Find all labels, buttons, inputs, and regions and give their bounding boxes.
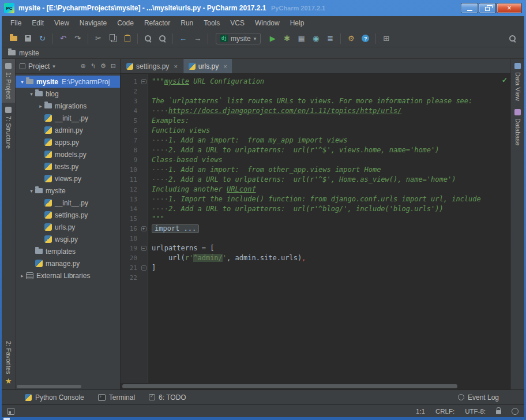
settings-icon[interactable]: ⚙: [344, 32, 358, 45]
line-number[interactable]: 13: [121, 194, 140, 204]
replace-icon[interactable]: [155, 32, 170, 45]
fold-column[interactable]: [140, 96, 148, 106]
tree-row[interactable]: ▸External Libraries: [16, 269, 120, 282]
scrollbar-thumb[interactable]: [122, 384, 457, 388]
titlebar[interactable]: PC mysite - [E:\PycharmProjects\mysite] …: [0, 0, 526, 16]
fold-column[interactable]: [140, 87, 148, 96]
tree-row[interactable]: urls.py: [16, 221, 120, 233]
fold-column[interactable]: [140, 185, 148, 194]
line-number[interactable]: 20: [121, 253, 140, 263]
open-icon[interactable]: [6, 32, 21, 45]
close-tab-icon[interactable]: ×: [223, 63, 227, 70]
fold-column[interactable]: [140, 253, 148, 263]
scrollbar-thumb[interactable]: [17, 385, 81, 388]
menu-item[interactable]: Navigate: [74, 18, 112, 28]
save-all-icon[interactable]: [21, 32, 35, 45]
menu-item[interactable]: VCS: [225, 18, 250, 28]
tool-button-data-view[interactable]: Data View: [511, 59, 524, 105]
line-number[interactable]: 4: [121, 106, 140, 116]
tree-row[interactable]: apps.py: [16, 136, 120, 148]
tree-row[interactable]: __init__.py: [16, 112, 120, 124]
tree-row[interactable]: ▾mysiteE:\PycharmProj: [16, 76, 120, 88]
editor[interactable]: 1−"""mysite URL Configuration23The `urlp…: [121, 74, 510, 383]
tree-row[interactable]: ▾mysite: [16, 185, 120, 197]
terminal-button[interactable]: Terminal: [98, 393, 135, 402]
fold-column[interactable]: [140, 175, 148, 185]
line-number[interactable]: 9: [121, 155, 140, 165]
menu-item[interactable]: Refactor: [139, 18, 175, 28]
line-number[interactable]: 2: [121, 87, 140, 96]
tree-row[interactable]: admin.py: [16, 124, 120, 136]
fold-column[interactable]: [140, 214, 148, 224]
tree-row[interactable]: views.py: [16, 172, 120, 185]
fold-marker-icon[interactable]: −: [141, 246, 146, 251]
tool-button-database[interactable]: Database: [511, 105, 524, 149]
tree-row[interactable]: models.py: [16, 148, 120, 160]
menu-item[interactable]: Edit: [27, 18, 49, 28]
fold-column[interactable]: [140, 204, 148, 214]
tree-row[interactable]: manage.py: [16, 257, 120, 269]
fold-column[interactable]: [140, 194, 148, 204]
fold-column[interactable]: [140, 126, 148, 136]
encoding-widget[interactable]: UTF-8:: [465, 408, 486, 415]
tree-row[interactable]: templates: [16, 245, 120, 257]
menu-item[interactable]: Code: [112, 18, 139, 28]
fold-column[interactable]: +: [140, 224, 148, 234]
cut-icon[interactable]: ✂: [91, 32, 106, 45]
editor-tab[interactable]: urls.py×: [183, 59, 233, 73]
inspections-ok-icon[interactable]: ✓: [502, 76, 508, 84]
find-icon[interactable]: [141, 32, 155, 45]
line-separator-widget[interactable]: CRLF:: [435, 408, 454, 415]
fold-column[interactable]: −: [140, 263, 148, 273]
event-log-button[interactable]: Event Log: [458, 393, 499, 402]
line-number[interactable]: 12: [121, 185, 140, 194]
fold-column[interactable]: [140, 145, 148, 155]
menu-item[interactable]: View: [49, 18, 74, 28]
debug-icon[interactable]: ✱: [280, 32, 294, 45]
fold-column[interactable]: [140, 155, 148, 165]
tool-button-project[interactable]: 1: Project: [2, 59, 15, 103]
tree-row[interactable]: settings.py: [16, 209, 120, 221]
tree-row[interactable]: wsgi.py: [16, 233, 120, 245]
line-number[interactable]: 5: [121, 116, 140, 126]
line-number[interactable]: 7: [121, 136, 140, 145]
fold-column[interactable]: −: [140, 77, 148, 87]
line-number[interactable]: 11: [121, 175, 140, 185]
project-structure-icon[interactable]: ⊞: [379, 32, 393, 45]
fold-marker-icon[interactable]: −: [141, 265, 146, 271]
line-number[interactable]: 14: [121, 204, 140, 214]
line-number[interactable]: 8: [121, 145, 140, 155]
coverage-icon[interactable]: ▦: [294, 32, 309, 45]
resize-grip[interactable]: [3, 418, 10, 420]
tree-row[interactable]: tests.py: [16, 160, 120, 172]
line-number[interactable]: 19: [121, 243, 140, 253]
paste-icon[interactable]: [120, 32, 134, 45]
line-number[interactable]: 21: [121, 263, 140, 273]
minimize-button[interactable]: [461, 3, 478, 13]
tool-button-structure[interactable]: 7: Structure: [2, 103, 15, 153]
redo-icon[interactable]: ↷: [70, 32, 85, 45]
fold-column[interactable]: −: [140, 243, 148, 253]
locate-file-icon[interactable]: ⊕: [80, 62, 85, 70]
python-console-button[interactable]: Python Console: [25, 393, 84, 402]
menu-item[interactable]: Help: [285, 18, 310, 28]
line-number[interactable]: 16: [121, 224, 140, 234]
line-number[interactable]: 1: [121, 77, 140, 87]
highlighting-level-icon[interactable]: [512, 408, 519, 415]
search-everywhere-icon[interactable]: [506, 35, 520, 42]
run-icon[interactable]: ▶: [265, 32, 280, 45]
fold-column[interactable]: [140, 273, 148, 283]
menu-item[interactable]: Tools: [198, 18, 225, 28]
close-button[interactable]: ×: [497, 3, 522, 13]
run-task-icon[interactable]: ≣: [323, 32, 337, 45]
toolwindow-toggle-icon[interactable]: [7, 408, 14, 415]
tree-row[interactable]: ▾blog: [16, 88, 120, 100]
restore-button[interactable]: [479, 3, 496, 13]
tool-button-favorites[interactable]: 2: Favorites★: [2, 337, 15, 389]
line-number[interactable]: 22: [121, 273, 140, 283]
project-view-select[interactable]: Project ▾: [20, 62, 55, 70]
line-number[interactable]: 6: [121, 126, 140, 136]
close-tab-icon[interactable]: ×: [174, 63, 177, 70]
fold-column[interactable]: [140, 136, 148, 145]
editor-tab[interactable]: settings.py×: [121, 59, 183, 73]
